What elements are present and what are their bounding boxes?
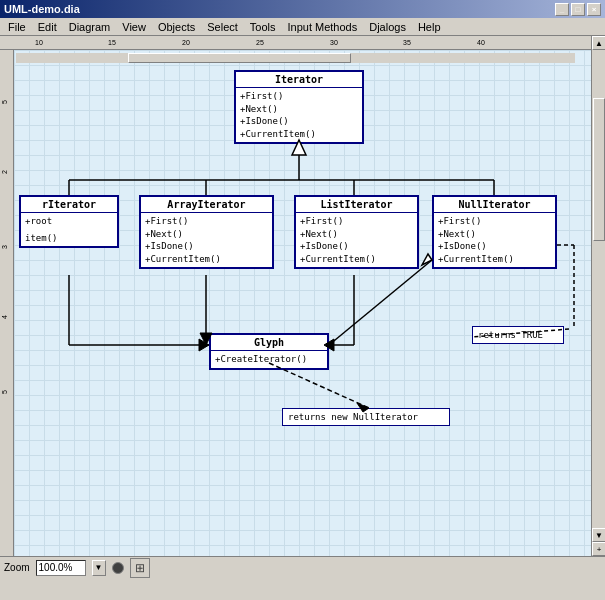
scroll-corner: + (592, 542, 605, 556)
menu-input-methods[interactable]: Input Methods (282, 20, 364, 34)
titlebar: UML-demo.dia _ □ × (0, 0, 605, 18)
minimize-button[interactable]: _ (555, 3, 569, 16)
menu-diagram[interactable]: Diagram (63, 20, 117, 34)
ruler-v-5b: 5 (1, 390, 8, 394)
class-iterator-name: Iterator (236, 72, 362, 88)
horizontal-scrollbar[interactable]: ◄ ► (0, 50, 591, 64)
class-glyph[interactable]: Glyph +CreateIterator() (209, 333, 329, 370)
svg-marker-21 (422, 254, 432, 265)
ruler-tick-10: 10 (35, 39, 43, 46)
menu-select[interactable]: Select (201, 20, 244, 34)
ruler-v-3: 3 (1, 245, 8, 249)
menu-file[interactable]: File (2, 20, 32, 34)
class-null-iterator[interactable]: NullIterator +First() +Next() +IsDone() … (432, 195, 557, 269)
ruler-v-5: 5 (1, 100, 8, 104)
ruler-tick-35: 35 (403, 39, 411, 46)
class-array-iterator-methods: +First() +Next() +IsDone() +CurrentItem(… (141, 213, 272, 267)
class-iterator[interactable]: Iterator +First() +Next() +IsDone() +Cur… (234, 70, 364, 144)
menu-objects[interactable]: Objects (152, 20, 201, 34)
statusbar: Zoom 100.0% ▼ ⊞ (0, 556, 605, 578)
ruler-left: 5 2 3 4 5 (0, 50, 14, 556)
menu-djalogs[interactable]: Djalogs (363, 20, 412, 34)
zoom-dropdown[interactable]: ▼ (92, 560, 106, 576)
ruler-tick-40: 40 (477, 39, 485, 46)
class-riterator[interactable]: rIterator +root item() (19, 195, 119, 248)
menu-edit[interactable]: Edit (32, 20, 63, 34)
ruler-v-2: 2 (1, 170, 8, 174)
ruler-tick-20: 20 (182, 39, 190, 46)
class-list-iterator-name: ListIterator (296, 197, 417, 213)
vscroll-thumb[interactable] (593, 98, 605, 241)
ruler-v-4: 4 (1, 315, 8, 319)
scroll-down-button[interactable]: ▼ (592, 528, 605, 542)
ruler-tick-25: 25 (256, 39, 264, 46)
menubar: File Edit Diagram View Objects Select To… (0, 18, 605, 36)
menu-tools[interactable]: Tools (244, 20, 282, 34)
main-area: 10 15 20 25 30 35 40 5 2 3 4 5 Iterator … (0, 36, 605, 556)
close-button[interactable]: × (587, 3, 601, 16)
hscroll-track[interactable] (16, 53, 575, 63)
class-array-iterator[interactable]: ArrayIterator +First() +Next() +IsDone()… (139, 195, 274, 269)
note-returns-null: returns new NullIterator (282, 408, 450, 426)
class-null-iterator-name: NullIterator (434, 197, 555, 213)
class-riterator-methods: +root item() (21, 213, 117, 246)
status-dot (112, 562, 124, 574)
class-list-iterator-methods: +First() +Next() +IsDone() +CurrentItem(… (296, 213, 417, 267)
class-list-iterator[interactable]: ListIterator +First() +Next() +IsDone() … (294, 195, 419, 269)
class-glyph-methods: +CreateIterator() (211, 351, 327, 368)
title-text: UML-demo.dia (4, 3, 80, 15)
class-null-iterator-methods: +First() +Next() +IsDone() +CurrentItem(… (434, 213, 555, 267)
menu-view[interactable]: View (116, 20, 152, 34)
zoom-value[interactable]: 100.0% (36, 560, 86, 576)
ruler-tick-30: 30 (330, 39, 338, 46)
zoom-label: Zoom (4, 562, 30, 573)
class-glyph-name: Glyph (211, 335, 327, 351)
ruler-top: 10 15 20 25 30 35 40 (0, 36, 591, 50)
note-returns-true: returns TRUE (472, 326, 564, 344)
ruler-tick-15: 15 (108, 39, 116, 46)
svg-line-20 (329, 260, 432, 345)
maximize-button[interactable]: □ (571, 3, 585, 16)
status-icon[interactable]: ⊞ (130, 558, 150, 578)
canvas-wrap[interactable]: 10 15 20 25 30 35 40 5 2 3 4 5 Iterator … (0, 36, 591, 556)
class-riterator-name: rIterator (21, 197, 117, 213)
vscroll-track[interactable] (592, 50, 605, 528)
vertical-scrollbar[interactable]: ▲ ▼ + (591, 36, 605, 556)
svg-line-15 (269, 363, 369, 408)
class-array-iterator-name: ArrayIterator (141, 197, 272, 213)
menu-help[interactable]: Help (412, 20, 447, 34)
svg-marker-9 (199, 339, 209, 351)
scroll-up-button[interactable]: ▲ (592, 36, 605, 50)
titlebar-controls: _ □ × (555, 3, 601, 16)
canvas[interactable]: Iterator +First() +Next() +IsDone() +Cur… (14, 50, 591, 556)
class-iterator-methods: +First() +Next() +IsDone() +CurrentItem(… (236, 88, 362, 142)
hscroll-thumb[interactable] (128, 53, 352, 63)
